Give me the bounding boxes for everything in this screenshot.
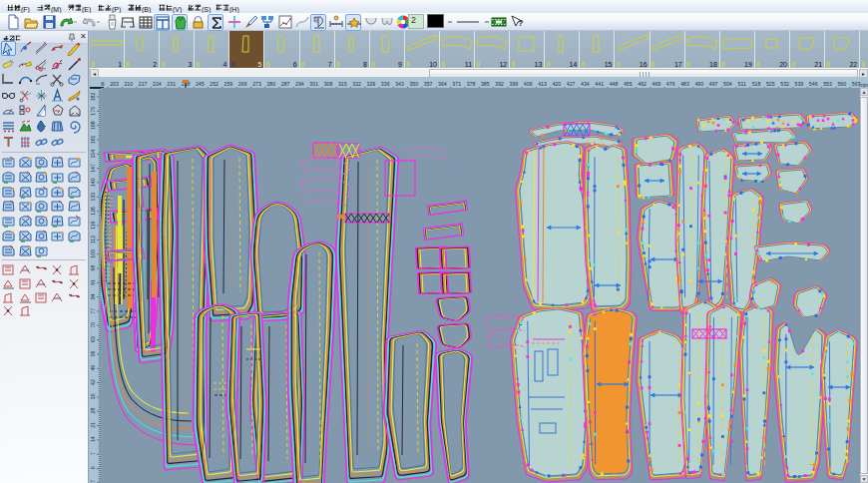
svg-text:455: 455	[624, 81, 633, 87]
svg-text:392: 392	[495, 81, 504, 87]
svg-text:168: 168	[90, 121, 96, 130]
svg-text:112: 112	[90, 236, 96, 243]
svg-text:308: 308	[324, 81, 333, 87]
svg-text:175: 175	[90, 107, 96, 116]
svg-text:364: 364	[438, 81, 447, 87]
svg-text:511: 511	[738, 81, 746, 87]
svg-text:553: 553	[823, 81, 832, 87]
svg-text:203: 203	[110, 81, 119, 87]
svg-text:315: 315	[338, 81, 347, 87]
svg-text:105: 105	[90, 249, 96, 258]
svg-text:182: 182	[90, 93, 96, 102]
svg-text:462: 462	[638, 81, 647, 87]
svg-text:126: 126	[90, 207, 96, 216]
svg-text:469: 469	[652, 81, 661, 87]
svg-text:301: 301	[309, 81, 318, 87]
svg-text:224: 224	[153, 81, 162, 87]
svg-text:287: 287	[281, 81, 290, 87]
svg-text:385: 385	[481, 81, 490, 87]
svg-text:245: 245	[196, 81, 205, 87]
svg-text:378: 378	[467, 81, 476, 87]
svg-text:35: 35	[90, 393, 96, 399]
svg-text:154: 154	[90, 150, 96, 159]
svg-text:497: 497	[709, 81, 718, 87]
svg-text:266: 266	[238, 81, 247, 87]
svg-text:42: 42	[90, 379, 96, 385]
svg-text:147: 147	[90, 164, 96, 173]
svg-text:21: 21	[90, 422, 96, 428]
svg-text:5: 5	[314, 16, 317, 22]
svg-text:119: 119	[90, 221, 96, 229]
svg-text:210: 210	[124, 81, 133, 87]
svg-text:343: 343	[395, 81, 404, 87]
svg-text:483: 483	[680, 81, 689, 87]
svg-text:231: 231	[167, 81, 176, 87]
svg-text:525: 525	[766, 81, 775, 87]
svg-text:560: 560	[837, 81, 846, 87]
svg-text:322: 322	[352, 81, 361, 87]
svg-text:546: 546	[809, 81, 818, 87]
svg-text:357: 357	[424, 81, 433, 87]
svg-text:161: 161	[90, 135, 96, 144]
svg-text:98: 98	[90, 265, 96, 271]
svg-text:84: 84	[90, 293, 96, 299]
svg-text:427: 427	[567, 81, 576, 87]
svg-text:?: ?	[518, 18, 524, 28]
svg-text:448: 448	[610, 81, 619, 87]
svg-text:490: 490	[694, 81, 703, 87]
svg-text:217: 217	[139, 81, 148, 87]
svg-text:441: 441	[595, 81, 604, 87]
svg-text:518: 518	[752, 81, 761, 87]
svg-text:476: 476	[666, 81, 675, 87]
svg-text:406: 406	[524, 81, 533, 87]
svg-text:77: 77	[90, 308, 96, 314]
svg-text:399: 399	[510, 81, 519, 87]
svg-text:133: 133	[90, 193, 96, 202]
svg-text:91: 91	[90, 279, 96, 285]
svg-text:420: 420	[552, 81, 561, 87]
svg-text:70: 70	[90, 322, 96, 328]
svg-text:532: 532	[780, 81, 789, 87]
svg-text:252: 252	[210, 81, 218, 87]
svg-text:413: 413	[538, 81, 547, 87]
svg-text:28: 28	[90, 408, 96, 414]
svg-text:140: 140	[90, 178, 96, 187]
svg-text:434: 434	[581, 81, 590, 87]
svg-text:504: 504	[723, 81, 732, 87]
svg-text:49: 49	[90, 365, 96, 371]
svg-text:273: 273	[252, 81, 261, 87]
svg-text:0: 0	[90, 466, 96, 469]
svg-text:329: 329	[367, 81, 376, 87]
svg-text:539: 539	[795, 81, 804, 87]
svg-text:259: 259	[224, 81, 233, 87]
svg-text:371: 371	[452, 81, 461, 87]
svg-text:14: 14	[90, 436, 96, 442]
svg-text:294: 294	[295, 81, 304, 87]
svg-text:7: 7	[90, 452, 96, 455]
svg-text:336: 336	[381, 81, 390, 87]
svg-text:350: 350	[409, 81, 418, 87]
svg-text:63: 63	[90, 336, 96, 342]
svg-text:56: 56	[90, 350, 96, 356]
svg-text:280: 280	[266, 81, 275, 87]
